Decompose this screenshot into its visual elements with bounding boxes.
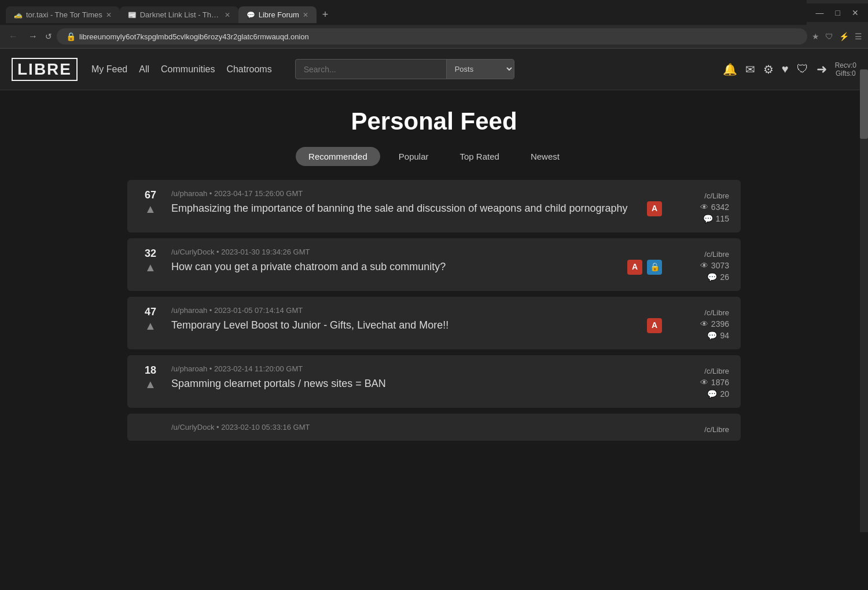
tab-newest[interactable]: Newest: [518, 147, 572, 166]
post-body: /u/pharoah • 2023-02-14 11:20:00 GMT Spa…: [171, 364, 662, 391]
post-stats: /c/Libre 👁 6342 💬 115: [671, 189, 729, 223]
refresh-button[interactable]: ↺: [45, 32, 52, 41]
minimize-button[interactable]: —: [816, 8, 824, 17]
post-date: 2023-02-14 11:20:00 GMT: [214, 364, 303, 373]
recv-gifts: Recv:0 Gifts:0: [835, 61, 856, 78]
upvote-button[interactable]: ▲: [145, 319, 156, 333]
community-link[interactable]: /c/Libre: [704, 250, 729, 259]
nav-all[interactable]: All: [139, 64, 149, 75]
tab-top-rated[interactable]: Top Rated: [447, 147, 512, 166]
comments-stat: 💬 20: [707, 389, 729, 399]
view-count: 2396: [711, 319, 729, 329]
tab-label-2: Darknet Link List - The Tor Times: [140, 10, 221, 19]
vote-section: 18 ▲: [139, 364, 162, 391]
bookmark-icon[interactable]: ★: [812, 32, 819, 41]
post-separator: •: [209, 189, 214, 198]
maximize-button[interactable]: □: [836, 8, 840, 17]
community-link[interactable]: /c/Libre: [704, 367, 729, 375]
post-date: 2023-01-30 19:34:26 GMT: [221, 248, 310, 256]
vote-section: [139, 423, 162, 424]
close-button[interactable]: ✕: [852, 8, 859, 17]
post-body: /u/pharoah • 2023-04-17 15:26:00 GMT Emp…: [171, 189, 662, 216]
post-separator: •: [209, 364, 214, 373]
post-title[interactable]: Emphasizing the importance of banning th…: [171, 201, 662, 216]
extension-icon[interactable]: ⚡: [839, 32, 849, 41]
comment-icon: 💬: [707, 331, 717, 340]
community-link[interactable]: /c/Libre: [704, 191, 729, 200]
post-stats: /c/Libre 👁 2396 💬 94: [671, 306, 729, 340]
post-body: /u/pharoah • 2023-01-05 07:14:14 GMT Tem…: [171, 306, 662, 333]
comment-count: 20: [720, 389, 729, 399]
tab-tor-taxi[interactable]: 🚕 tor.taxi - The Tor Times ✕: [6, 6, 120, 23]
gifts-label: Gifts:0: [835, 69, 856, 78]
upvote-button[interactable]: ▲: [145, 261, 156, 274]
heart-icon[interactable]: ♥: [782, 62, 789, 76]
mail-icon[interactable]: ✉: [745, 62, 755, 76]
post-title[interactable]: Temporary Level Boost to Junior - Gifts,…: [171, 318, 662, 333]
shield-icon[interactable]: 🛡: [825, 32, 833, 41]
post-card: 32 ▲ /u/CurlyDock • 2023-01-30 19:34:26 …: [127, 238, 741, 291]
upvote-button[interactable]: ▲: [145, 378, 156, 391]
nav-communities[interactable]: Communities: [161, 64, 215, 75]
eye-icon: 👁: [700, 202, 708, 212]
comment-icon: 💬: [707, 272, 717, 282]
tab-favicon-1: 🚕: [14, 11, 23, 19]
author-badge: A: [627, 260, 642, 275]
back-button[interactable]: ←: [6, 30, 21, 43]
post-meta: /u/CurlyDock • 2023-02-10 05:33:16 GMT: [171, 423, 662, 432]
window-controls: — □ ✕: [807, 3, 868, 22]
address-bar-icons: ★ 🛡 ⚡ ☰: [812, 32, 862, 41]
views-stat: 👁 3073: [700, 261, 729, 270]
post-separator: •: [216, 248, 221, 256]
main-content: Personal Feed Recommended Popular Top Ra…: [116, 90, 752, 464]
tab-favicon-2: 📰: [128, 11, 137, 19]
vote-count: 47: [145, 306, 156, 318]
post-title[interactable]: How can you get a private chatroom and a…: [171, 260, 662, 275]
logo[interactable]: LIBRE: [12, 58, 78, 81]
menu-icon[interactable]: ☰: [855, 32, 862, 41]
post-title[interactable]: Spamming clearnet portals / news sites =…: [171, 377, 662, 391]
new-tab-button[interactable]: +: [317, 5, 334, 25]
address-bar[interactable]: 🔒 libreeunomyly6ot7kspglmbd5cvlkogib6roz…: [57, 28, 807, 45]
post-title-text: Temporary Level Boost to Junior - Gifts,…: [171, 318, 642, 333]
post-card: 47 ▲ /u/pharoah • 2023-01-05 07:14:14 GM…: [127, 297, 741, 349]
forward-button[interactable]: →: [25, 30, 41, 43]
logout-icon[interactable]: ➜: [816, 62, 827, 77]
eye-icon: 👁: [700, 319, 708, 329]
tab-libre-forum[interactable]: 💬 Libre Forum ✕: [238, 6, 317, 23]
scrollbar-thumb[interactable]: [860, 69, 868, 139]
tab-favicon-3: 💬: [247, 11, 255, 19]
community-link[interactable]: /c/Libre: [704, 308, 729, 317]
nav-my-feed[interactable]: My Feed: [91, 64, 127, 75]
post-card: 67 ▲ /u/pharoah • 2023-04-17 15:26:00 GM…: [127, 180, 741, 233]
post-author[interactable]: /u/pharoah: [171, 364, 207, 373]
scrollbar[interactable]: [860, 69, 868, 532]
search-type-select[interactable]: Posts Communities Users: [446, 60, 514, 79]
tab-label-3: Libre Forum: [259, 10, 299, 19]
post-author[interactable]: /u/CurlyDock: [171, 423, 214, 432]
post-author[interactable]: /u/pharoah: [171, 306, 207, 315]
search-input[interactable]: [296, 60, 446, 79]
post-author[interactable]: /u/pharoah: [171, 189, 207, 198]
shield-header-icon[interactable]: 🛡: [797, 62, 808, 76]
tab-close-2[interactable]: ✕: [225, 11, 230, 19]
tab-bar: 🚕 tor.taxi - The Tor Times ✕ 📰 Darknet L…: [0, 0, 868, 25]
post-stats: /c/Libre: [671, 423, 729, 434]
author-badge: A: [647, 318, 662, 333]
tab-popular[interactable]: Popular: [386, 147, 442, 166]
tab-darknet[interactable]: 📰 Darknet Link List - The Tor Times ✕: [120, 6, 238, 23]
views-stat: 👁 6342: [700, 202, 729, 212]
nav-chatrooms[interactable]: Chatrooms: [226, 64, 271, 75]
upvote-button[interactable]: ▲: [145, 202, 156, 216]
post-meta: /u/pharoah • 2023-01-05 07:14:14 GMT: [171, 306, 662, 315]
post-author[interactable]: /u/CurlyDock: [171, 248, 214, 256]
gear-icon[interactable]: ⚙: [763, 62, 774, 76]
comment-icon: 💬: [703, 214, 713, 223]
bell-icon[interactable]: 🔔: [723, 62, 737, 76]
community-link[interactable]: /c/Libre: [704, 425, 729, 434]
main-nav: My Feed All Communities Chatrooms: [91, 64, 272, 75]
eye-icon: 👁: [700, 378, 708, 387]
tab-close-1[interactable]: ✕: [106, 11, 112, 19]
tab-recommended[interactable]: Recommended: [296, 147, 380, 166]
tab-close-3[interactable]: ✕: [303, 11, 308, 19]
